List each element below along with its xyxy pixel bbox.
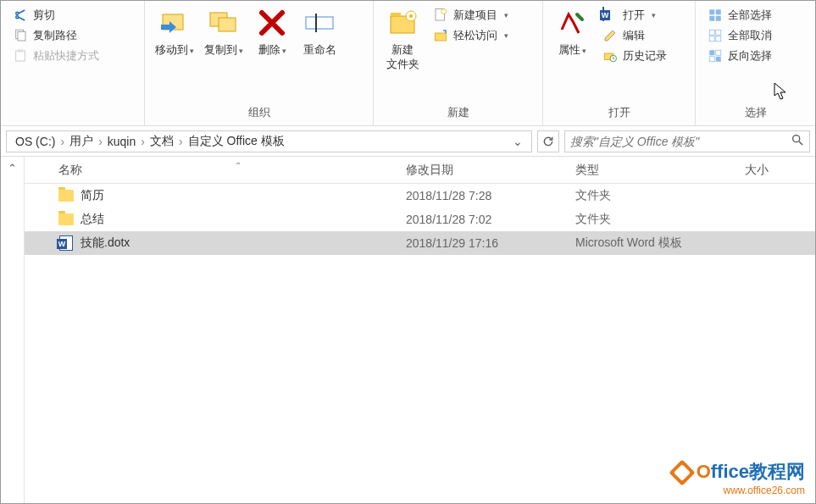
ribbon-group-open: 属性▾ 打开 ▾ 编辑 历史记录 打开	[543, 1, 696, 125]
properties-button[interactable]: 属性▾	[548, 4, 596, 59]
rename-icon	[303, 6, 336, 40]
properties-icon	[555, 6, 589, 40]
dropdown-arrow-icon: ▾	[582, 47, 586, 55]
scissors-icon	[13, 8, 28, 23]
svg-point-14	[441, 9, 447, 14]
svg-rect-15	[435, 33, 447, 41]
properties-label: 属性	[558, 43, 580, 56]
watermark-title-rest: ffice教程网	[711, 461, 805, 482]
select-all-icon	[708, 8, 723, 23]
new-folder-icon	[386, 6, 419, 40]
organize-group-label: 组织	[150, 103, 368, 124]
folder-icon	[58, 188, 74, 203]
svg-rect-26	[709, 50, 714, 55]
edit-icon	[602, 28, 618, 43]
cut-button[interactable]: 剪切	[9, 6, 103, 25]
watermark-logo-icon	[669, 460, 695, 486]
open-button[interactable]: 打开 ▾	[599, 6, 670, 25]
file-date: 2018/11/28 7:28	[406, 189, 575, 202]
svg-rect-2	[16, 51, 25, 61]
chevron-right-icon: ›	[97, 135, 104, 148]
new-item-button[interactable]: 新建项目 ▾	[430, 6, 512, 25]
ribbon-group-new: 新建 文件夹 新建项目 ▾ 轻松访问 ▾ 新建	[374, 1, 543, 125]
delete-button[interactable]: 删除▾	[248, 4, 296, 59]
nav-pane-collapse[interactable]: ⌃	[1, 157, 25, 503]
breadcrumb-item[interactable]: 文档	[147, 134, 177, 149]
history-icon	[602, 48, 618, 64]
dropdown-arrow-icon: ▾	[282, 47, 286, 55]
select-none-label: 全部取消	[728, 28, 772, 43]
history-button[interactable]: 历史记录	[599, 47, 670, 65]
select-all-button[interactable]: 全部选择	[704, 6, 775, 25]
select-none-button[interactable]: 全部取消	[704, 26, 775, 45]
column-header-name[interactable]: 名称 ⌃	[25, 163, 406, 178]
address-bar-row: OS (C:)› 用户› kuqin› 文档› 自定义 Office 模板 ⌄	[1, 126, 815, 157]
copy-path-icon	[13, 28, 28, 43]
select-all-label: 全部选择	[728, 8, 772, 23]
file-row[interactable]: 技能.dotx2018/11/29 17:16Microsoft Word 模板	[25, 231, 815, 255]
file-name: 总结	[80, 212, 104, 227]
chevron-up-icon: ⌃	[8, 162, 17, 174]
column-header-type[interactable]: 类型	[575, 163, 745, 178]
clipboard-group-label	[6, 119, 139, 124]
paste-shortcut-button[interactable]: 粘贴快捷方式	[9, 47, 103, 65]
file-row[interactable]: 简历2018/11/28 7:28文件夹	[25, 184, 815, 208]
search-input[interactable]	[570, 135, 791, 148]
breadcrumb-item[interactable]: kuqin	[104, 135, 139, 148]
folder-icon	[58, 212, 74, 227]
easy-access-button[interactable]: 轻松访问 ▾	[430, 26, 512, 45]
file-rows: 简历2018/11/28 7:28文件夹总结2018/11/28 7:02文件夹…	[25, 184, 815, 503]
watermark-url: www.office26.com	[673, 485, 805, 496]
dropdown-arrow-icon: ▾	[504, 31, 508, 40]
svg-rect-23	[716, 30, 721, 35]
breadcrumb-item[interactable]: 用户	[66, 134, 97, 149]
chevron-right-icon: ›	[139, 135, 147, 148]
copy-to-button[interactable]: 复制到▾	[199, 4, 248, 59]
copy-path-label: 复制路径	[33, 28, 77, 43]
new-group-label: 新建	[379, 103, 537, 124]
file-date: 2018/11/28 7:02	[406, 213, 575, 226]
column-header-date[interactable]: 修改日期	[406, 163, 575, 178]
sort-ascending-icon: ⌃	[235, 161, 241, 170]
search-icon[interactable]	[791, 133, 804, 149]
new-folder-button[interactable]: 新建 文件夹	[379, 4, 426, 74]
copy-path-button[interactable]: 复制路径	[9, 26, 103, 45]
open-group-label: 打开	[548, 103, 690, 124]
invert-selection-button[interactable]: 反向选择	[704, 47, 775, 65]
edit-label: 编辑	[623, 28, 645, 43]
ribbon-group-organize: 移动到▾ 复制到▾ 删除▾ 重命名 组织	[145, 1, 374, 125]
refresh-button[interactable]	[537, 130, 559, 152]
move-to-label: 移动到	[155, 43, 188, 56]
cut-label: 剪切	[33, 8, 55, 23]
select-none-icon	[708, 28, 723, 43]
content-area: ⌃ 名称 ⌃ 修改日期 类型 大小 简历2018/11/28 7:28文件夹总结…	[1, 157, 815, 503]
file-type: Microsoft Word 模板	[575, 235, 745, 251]
search-box[interactable]	[564, 130, 810, 152]
svg-rect-27	[716, 50, 721, 55]
file-type: 文件夹	[575, 212, 745, 227]
chevron-right-icon: ›	[177, 135, 185, 148]
watermark: Office教程网 www.office26.com	[673, 459, 805, 496]
breadcrumb-item[interactable]: 自定义 Office 模板	[185, 134, 288, 149]
svg-rect-10	[391, 13, 401, 16]
delete-label: 删除	[258, 43, 280, 56]
new-item-icon	[433, 8, 448, 23]
svg-rect-6	[219, 18, 236, 31]
svg-rect-22	[709, 30, 714, 35]
file-row[interactable]: 总结2018/11/28 7:02文件夹	[25, 208, 815, 231]
breadcrumb-dropdown-icon[interactable]: ⌄	[509, 135, 526, 148]
easy-access-icon	[433, 28, 448, 43]
dropdown-arrow-icon: ▾	[239, 47, 243, 55]
edit-button[interactable]: 编辑	[599, 26, 670, 45]
ribbon-group-clipboard: 剪切 复制路径 粘贴快捷方式	[1, 1, 145, 125]
ribbon: 剪切 复制路径 粘贴快捷方式 移动到▾	[1, 1, 815, 126]
breadcrumb-item[interactable]: OS (C:)	[12, 135, 58, 148]
delete-icon	[255, 6, 289, 40]
column-header-size[interactable]: 大小	[745, 163, 815, 178]
breadcrumb[interactable]: OS (C:)› 用户› kuqin› 文档› 自定义 Office 模板 ⌄	[6, 130, 532, 152]
open-label: 打开	[623, 8, 645, 23]
svg-point-12	[409, 14, 413, 18]
rename-button[interactable]: 重命名	[296, 4, 343, 59]
dropdown-arrow-icon: ▾	[652, 11, 656, 19]
move-to-button[interactable]: 移动到▾	[150, 4, 199, 59]
